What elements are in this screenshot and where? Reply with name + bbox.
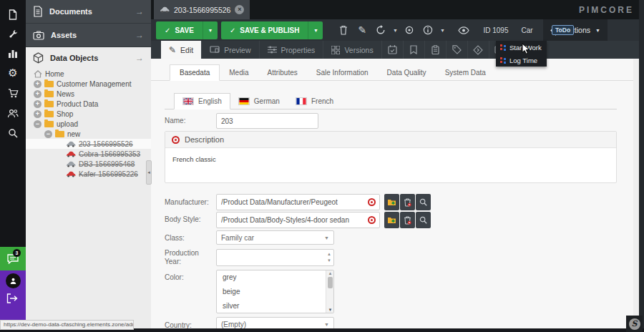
tab-data-quality[interactable]: Data Quality (378, 64, 436, 80)
tree-item-db3[interactable]: DB3-1566995468 (26, 159, 151, 169)
chevron-down-icon: ▼ (324, 322, 329, 327)
tab-basedata[interactable]: Basedata (170, 64, 220, 81)
close-icon[interactable]: × (235, 5, 244, 14)
bar-chart-icon[interactable] (0, 43, 26, 63)
body-style-search-button[interactable] (416, 212, 431, 228)
save-publish-button[interactable]: ✓SAVE & PUBLISH ▼ (221, 21, 323, 39)
scroll-down-icon[interactable]: ▼ (326, 308, 334, 312)
tab-sale-information[interactable]: Sale Information (307, 64, 378, 80)
tab-lang-german[interactable]: German (230, 93, 288, 109)
info-dropdown-caret[interactable]: ▼ (437, 28, 447, 33)
expand-plus-icon[interactable]: + (34, 80, 42, 88)
search-icon[interactable] (0, 123, 26, 143)
tab-preview[interactable]: Preview (202, 41, 259, 59)
production-year-spinner[interactable]: ▲▼ (216, 249, 334, 266)
tab-properties[interactable]: Properties (260, 41, 324, 59)
body-style-remove-button[interactable] (400, 212, 415, 228)
right-edge-strip (639, 0, 644, 332)
menu-item-log-time[interactable]: Log Time (496, 54, 547, 67)
color-multiselect[interactable]: grey beige silver ▲ ▼ (216, 270, 334, 313)
country-select[interactable]: (Empty) ▼ (216, 317, 334, 328)
versions-grid-icon (331, 46, 340, 54)
save-publish-dropdown-caret[interactable]: ▼ (308, 21, 323, 39)
accordion-documents[interactable]: Documents → (26, 0, 151, 24)
sidebar-accordion: Documents → Assets → Data Objects → Home… (26, 0, 151, 332)
object-toolbar: ✓SAVE ▼ ✓SAVE & PUBLISH ▼ ✎ ▼ (151, 19, 644, 41)
spinner-arrows[interactable]: ▲▼ (327, 251, 331, 264)
tree-item-customer-management[interactable]: + Customer Management (26, 79, 151, 89)
scroll-up-icon[interactable]: ▲ (326, 271, 334, 275)
schedule-button[interactable] (382, 41, 404, 59)
scroll-thumb[interactable] (328, 277, 333, 288)
tree-item-upload[interactable]: − upload (26, 119, 151, 129)
workflow-button[interactable] (468, 41, 489, 59)
class-select[interactable]: Family car ▼ (216, 230, 334, 245)
preview-eye-button[interactable] (454, 21, 473, 39)
window-tab-203[interactable]: 203-1566995526 × (154, 0, 250, 19)
name-input[interactable] (216, 113, 318, 129)
locate-in-tree-button[interactable] (400, 21, 419, 39)
description-text[interactable]: French classic (165, 148, 616, 170)
workflow-dots-icon (500, 57, 506, 64)
description-panel-header[interactable]: Description (165, 132, 616, 148)
rename-button[interactable]: ✎ (353, 21, 371, 39)
reload-dropdown-caret[interactable]: ▼ (390, 28, 400, 33)
panel-collapse-handle[interactable]: ◂ (146, 160, 152, 185)
file-icon[interactable] (0, 4, 26, 24)
manufacturer-search-button[interactable] (416, 194, 431, 210)
cart-icon[interactable] (0, 83, 26, 103)
main-area: 203-1566995526 × PIMCORE ✓SAVE ▼ ✓SAVE &… (151, 0, 644, 332)
save-dropdown-caret[interactable]: ▼ (203, 21, 218, 39)
body-style-open-button[interactable] (384, 212, 399, 228)
accordion-data-objects[interactable]: Data Objects → (26, 47, 151, 69)
body-style-input[interactable] (216, 212, 380, 228)
tab-attributes[interactable]: Attributes (258, 64, 307, 80)
save-button[interactable]: ✓SAVE ▼ (156, 21, 218, 39)
expand-plus-icon[interactable]: + (34, 110, 42, 118)
symfony-icon: S (629, 318, 640, 330)
tab-lang-french[interactable]: French (288, 93, 341, 109)
tree-item-product-data[interactable]: + Product Data (26, 99, 151, 109)
collapse-minus-icon[interactable]: − (34, 120, 42, 128)
tree-item-kafer[interactable]: Kafer-1566995226 (26, 169, 151, 179)
window-tab-title: 203-1566995526 (174, 6, 230, 14)
accordion-assets[interactable]: Assets → (26, 24, 151, 47)
tab-media[interactable]: Media (220, 64, 258, 80)
symfony-profiler-button[interactable]: S (626, 316, 643, 332)
collapse-minus-icon[interactable]: − (44, 130, 52, 138)
info-button[interactable] (419, 21, 437, 39)
tree-item-news[interactable]: + News (26, 89, 151, 99)
listbox-scrollbar[interactable]: ▲ ▼ (326, 270, 333, 313)
color-option-beige[interactable]: beige (217, 285, 333, 299)
tree-item-shop[interactable]: + Shop (26, 109, 151, 119)
tab-lang-english[interactable]: English (174, 93, 230, 109)
manufacturer-open-button[interactable] (384, 194, 399, 210)
expand-plus-icon[interactable]: + (34, 100, 42, 108)
description-panel: Description French classic (165, 131, 617, 183)
expand-plus-icon[interactable]: + (34, 90, 42, 98)
tree-item-new[interactable]: − new (26, 129, 151, 139)
reload-button[interactable] (371, 21, 390, 39)
user-avatar-button[interactable] (6, 273, 21, 288)
tab-edit[interactable]: ✎ Edit (161, 41, 202, 59)
tree-item-home[interactable]: Home (26, 69, 151, 79)
color-option-silver[interactable]: silver (217, 299, 333, 313)
users-icon[interactable] (0, 103, 26, 123)
color-option-grey[interactable]: grey (217, 270, 333, 285)
car-grey-icon (66, 161, 76, 167)
bookmark-button[interactable] (404, 41, 425, 59)
mouse-cursor (522, 43, 530, 55)
logout-button[interactable] (6, 293, 18, 303)
wrench-icon[interactable] (0, 24, 26, 44)
tree-item-cobra[interactable]: Cobra-1566995353 (26, 149, 151, 159)
tags-button[interactable] (447, 41, 468, 59)
tab-versions[interactable]: Versions (323, 41, 381, 59)
content-scrollbar-track[interactable] (633, 59, 639, 328)
notes-button[interactable] (425, 41, 447, 59)
gear-icon[interactable]: ⚙ (0, 63, 26, 83)
manufacturer-input[interactable] (216, 194, 380, 210)
tab-system-data[interactable]: System Data (436, 64, 495, 80)
manufacturer-remove-button[interactable] (400, 194, 415, 210)
tree-item-203[interactable]: 203-1566995526 (26, 139, 151, 149)
delete-button[interactable] (334, 21, 353, 39)
